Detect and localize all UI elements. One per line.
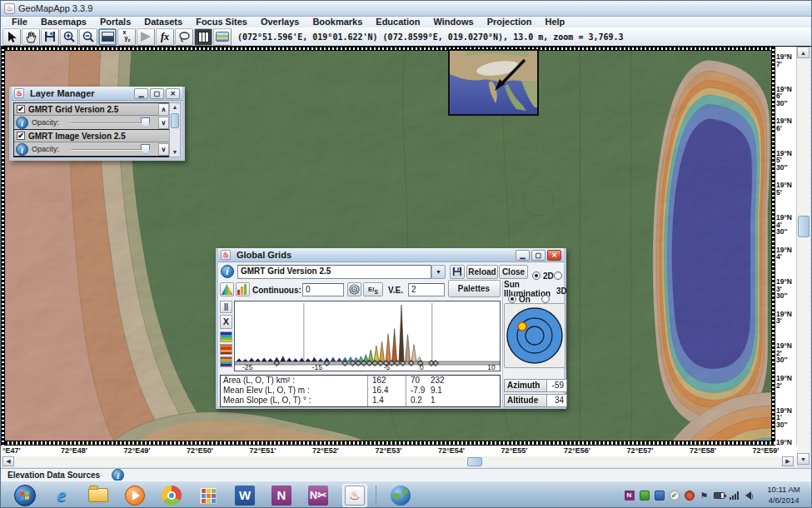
layer-checkbox[interactable]: ✔ [17, 132, 25, 140]
palette-triangle-icon[interactable] [220, 282, 234, 296]
basemap-icon[interactable] [213, 28, 232, 46]
palette-strip-2-icon[interactable] [220, 344, 232, 355]
lasso-icon[interactable] [175, 28, 193, 46]
grid-table-icon[interactable] [194, 28, 212, 46]
taskbar-media-player[interactable] [122, 484, 147, 507]
tray-speaker-icon[interactable]: ) [744, 491, 755, 501]
layer-manager-titlebar[interactable]: ♨ Layer Manager ▁ ▢ ✕ [12, 87, 182, 101]
map-hscroll-left[interactable]: ◀ [2, 456, 14, 466]
layer-row[interactable]: ✔ GMRT Grid Version 2.5 ∧ [14, 103, 169, 116]
taskbar-start-button[interactable] [12, 484, 37, 507]
histogram-bars-icon[interactable] [236, 282, 250, 296]
taskbar-file-explorer[interactable] [86, 484, 111, 507]
image-view-icon[interactable] [98, 28, 117, 46]
map-hscroll-right[interactable]: ▶ [782, 456, 794, 466]
maximize-icon[interactable]: ▢ [150, 88, 164, 99]
palette-strip-1-icon[interactable] [220, 331, 232, 342]
layer-up-button[interactable]: ∧ [158, 103, 169, 116]
taskbar-onenote-clipper[interactable]: N✂ [306, 484, 331, 507]
map-hscroll-thumb[interactable] [467, 457, 482, 466]
select-cursor-icon[interactable] [2, 28, 21, 46]
global-grids-dialog[interactable]: ♨ Global Grids ▁ ▢ ✕ i GMRT Grid Version… [216, 248, 566, 409]
save-icon[interactable] [41, 28, 59, 46]
menu-focus-sites[interactable]: Focus Sites [189, 17, 254, 27]
altitude-input[interactable]: 34 [547, 394, 567, 407]
scroll-up-icon[interactable]: ▲ [170, 103, 180, 112]
window-titlebar[interactable]: ♨ GeoMapApp 3.3.9 [1, 1, 812, 17]
layer-checkbox[interactable]: ✔ [17, 105, 25, 113]
clear-x-icon[interactable]: X [220, 315, 232, 329]
menu-windows[interactable]: Windows [426, 17, 480, 27]
grid-select-combobox[interactable]: GMRT Grid Version 2.5 [237, 265, 431, 279]
elevation-histogram[interactable]: -25-15-5010 [234, 301, 501, 371]
layer-list-scrollbar[interactable]: ▲ ▼ [169, 102, 181, 157]
status-info-icon[interactable]: i [112, 469, 124, 481]
ve-input[interactable]: 2 [408, 283, 445, 296]
tray-check-icon[interactable]: ✔ [669, 491, 680, 501]
tray-flag-icon[interactable]: ⚑ [699, 491, 710, 501]
radio-3d-icon[interactable] [554, 271, 562, 280]
taskbar-app-grid[interactable] [196, 484, 221, 507]
combobox-dropdown-icon[interactable]: ▼ [431, 265, 446, 279]
minimize-icon[interactable]: ▁ [516, 250, 530, 261]
reload-button[interactable]: Reload [466, 265, 498, 279]
minimize-icon[interactable]: ▁ [134, 88, 148, 99]
maximize-icon[interactable]: ▢ [531, 250, 545, 261]
map-hscroll-track[interactable] [1, 456, 797, 467]
layer-down-button[interactable]: ∨ [158, 143, 169, 156]
taskbar-internet-explorer[interactable]: e [49, 484, 74, 507]
tray-window-icon[interactable] [654, 491, 665, 501]
overview-inset-map[interactable] [448, 49, 539, 116]
scroll-down-icon[interactable]: ▼ [170, 148, 180, 157]
xyz-profile-icon[interactable]: x yz [117, 28, 136, 46]
menu-basemaps[interactable]: Basemaps [34, 17, 93, 27]
taskbar-chrome[interactable] [159, 484, 184, 507]
opacity-slider-track[interactable] [71, 122, 144, 124]
map-vscroll-thumb[interactable] [798, 216, 810, 237]
global-grids-titlebar[interactable]: ♨ Global Grids ▁ ▢ ✕ [218, 248, 564, 262]
menu-bookmarks[interactable]: Bookmarks [306, 17, 369, 27]
opacity-slider-thumb[interactable] [141, 144, 150, 154]
zoom-in-icon[interactable] [60, 28, 78, 46]
tray-green-icon[interactable] [639, 491, 650, 501]
pause-icon[interactable]: || [220, 301, 232, 313]
taskbar-clock[interactable]: 10:11 AM 4/6/2014 [758, 484, 810, 506]
tray-signal-icon[interactable] [729, 491, 740, 501]
layer-info-icon[interactable]: i [16, 117, 28, 129]
taskbar-onenote[interactable]: N [269, 484, 294, 507]
palettes-menu-button[interactable]: Palettes Menu [448, 280, 501, 297]
contour-icon[interactable] [347, 282, 361, 296]
close-icon[interactable]: ✕ [547, 250, 561, 261]
tray-n-icon[interactable]: N [624, 491, 635, 501]
menu-projection[interactable]: Projection [481, 17, 539, 27]
taskbar-java-app[interactable]: ♨ [342, 484, 367, 507]
tray-battery-icon[interactable] [714, 491, 725, 501]
zoom-out-icon[interactable] [79, 28, 97, 46]
save-grid-button[interactable] [450, 265, 465, 279]
menu-file[interactable]: File [5, 17, 34, 27]
radio-2d-icon[interactable] [532, 271, 541, 280]
elevation-slope-icon[interactable]: E/S [363, 282, 383, 296]
menu-overlays[interactable]: Overlays [254, 17, 306, 27]
sun-direction-ball[interactable] [504, 303, 565, 368]
layer-info-icon[interactable]: i [16, 143, 28, 156]
azimuth-input[interactable]: -59 [547, 379, 567, 392]
menu-portals[interactable]: Portals [93, 17, 137, 27]
opacity-slider-track[interactable] [71, 149, 144, 151]
pan-hand-icon[interactable] [22, 28, 40, 46]
layer-manager-dialog[interactable]: ♨ Layer Manager ▁ ▢ ✕ ✔ GMRT Grid Versio… [9, 87, 185, 161]
menu-help[interactable]: Help [538, 17, 571, 27]
grid-info-icon[interactable]: i [221, 265, 234, 278]
map-vscroll-down[interactable]: ▼ [797, 453, 810, 465]
map-vscroll-up[interactable]: ▲ [797, 47, 810, 58]
palette-strip-3-icon[interactable] [220, 356, 232, 367]
close-button[interactable]: Close [499, 265, 528, 279]
layer-down-button[interactable]: ∨ [158, 117, 169, 129]
import-arrow-icon[interactable] [137, 28, 155, 46]
scroll-thumb[interactable] [171, 113, 179, 128]
map-vscroll-track[interactable] [797, 47, 810, 465]
tray-red-icon[interactable] [684, 491, 695, 501]
close-icon[interactable]: ✕ [166, 88, 180, 99]
function-fx-icon[interactable]: fx [156, 28, 174, 46]
taskbar-word[interactable]: W [232, 484, 257, 507]
